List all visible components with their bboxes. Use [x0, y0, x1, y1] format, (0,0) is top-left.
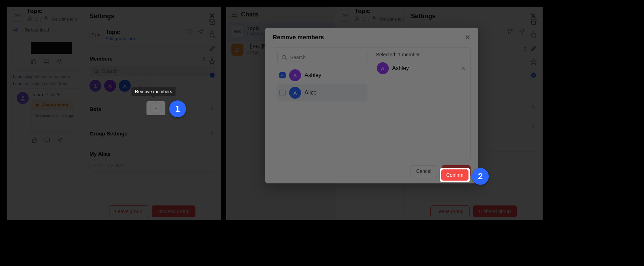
checkbox-checked[interactable]: ✓ — [279, 72, 286, 78]
user-avatar — [17, 92, 29, 104]
archive-icon[interactable] — [209, 19, 216, 26]
member-avatar: A — [289, 87, 301, 99]
member-name: Ashley — [305, 72, 321, 78]
svg-rect-7 — [187, 32, 189, 34]
stage-2-confirm-modal: Chats Topic Topic Laura: A 【E5-明 carl jo… — [226, 7, 543, 220]
confirm-button-highlight[interactable]: Confirm — [441, 169, 468, 181]
svg-rect-6 — [190, 29, 192, 31]
svg-rect-4 — [45, 138, 50, 141]
remove-members-modal: Remove members ✕ Search ✓ A Ashley A Ali… — [265, 28, 478, 183]
member-avatar[interactable] — [90, 80, 101, 92]
svg-point-1 — [31, 17, 32, 18]
member-search[interactable]: Search — [90, 66, 215, 76]
cancel-button[interactable]: Cancel — [410, 165, 437, 177]
chevron-right-icon — [209, 130, 215, 137]
members-count: 3 — [202, 56, 205, 62]
pin-icon — [43, 15, 49, 23]
comment-icon[interactable] — [44, 137, 50, 144]
checkbox-unchecked[interactable] — [279, 90, 286, 96]
star-icon[interactable] — [209, 58, 216, 65]
member-option-ashley[interactable]: ✓ A Ashley — [277, 66, 367, 84]
member-avatar[interactable]: A — [104, 80, 116, 92]
svg-rect-2 — [44, 59, 49, 63]
modal-search[interactable]: Search — [277, 52, 367, 63]
alias-input[interactable] — [90, 160, 215, 172]
alias-label: My Alias — [90, 151, 215, 157]
share-icon[interactable] — [56, 58, 62, 65]
announcement-body: Welcome to our topic group — [31, 110, 73, 133]
share-icon[interactable] — [57, 137, 63, 144]
remove-selected-icon[interactable]: ✕ — [461, 65, 465, 72]
group-name: Topic — [106, 29, 120, 35]
group-settings-row[interactable]: Group Settings — [90, 126, 215, 141]
chevron-right-icon — [209, 105, 215, 113]
svg-point-22 — [282, 55, 286, 59]
svg-point-9 — [94, 84, 96, 86]
edit-group-info-link[interactable]: Edit group info — [106, 36, 215, 41]
member-avatar[interactable]: A — [119, 80, 131, 92]
member-name: Alice — [305, 90, 317, 96]
image-placeholder — [31, 42, 72, 54]
members-icon — [27, 15, 33, 23]
search-icon — [281, 54, 287, 61]
like-icon[interactable] — [31, 137, 38, 144]
svg-point-3 — [22, 96, 24, 98]
settings-title: Settings — [90, 13, 114, 20]
search-icon[interactable] — [209, 32, 216, 39]
svg-rect-10 — [210, 20, 215, 21]
svg-rect-5 — [187, 29, 189, 31]
member-avatar: A — [289, 69, 301, 81]
comment-icon[interactable] — [43, 58, 50, 65]
share-icon[interactable] — [198, 28, 204, 36]
side-icons — [205, 19, 219, 79]
tooltip-remove-members: Remove members — [131, 87, 176, 96]
search-icon — [93, 68, 99, 74]
group-avatar: Topic — [11, 9, 23, 22]
member-avatar: A — [377, 62, 389, 74]
stage-1-settings-remove: Topic Topic 3 | Welcome to o All Subscri… — [7, 7, 221, 220]
selected-count: Selected: 1 member — [376, 52, 466, 57]
members-label: Members — [90, 56, 113, 62]
highlight-confirm: Confirm — [440, 168, 470, 182]
sys-text: clipped the group annou — [25, 74, 70, 79]
like-icon[interactable] — [31, 58, 37, 65]
announcement-badge: Announcem — [31, 99, 73, 110]
sys-user: Laura — [13, 74, 24, 79]
leave-group-button[interactable]: Leave group — [109, 205, 148, 217]
selected-member: A Ashley ✕ — [376, 60, 466, 76]
group-title: Topic — [27, 8, 77, 15]
tab-all[interactable]: All — [13, 27, 19, 35]
qr-icon[interactable] — [186, 28, 193, 36]
group-desc: Welcome to o — [51, 17, 77, 22]
brush-icon[interactable] — [209, 45, 216, 52]
member-option-alice[interactable]: A Alice — [277, 84, 367, 102]
gear-icon[interactable] — [209, 72, 216, 79]
msg-time: 7:34 PM — [46, 92, 62, 97]
sys-text: unclipped content from t — [25, 81, 70, 86]
group-avatar: Topic — [90, 29, 102, 41]
close-icon[interactable]: ✕ — [465, 33, 471, 42]
step-badge-2: 2 — [472, 168, 489, 185]
member-count: 3 — [35, 17, 38, 22]
modal-title: Remove members — [273, 34, 324, 41]
highlight-remove-minus: － — [146, 101, 165, 115]
step-badge-1: 1 — [169, 100, 186, 117]
remove-member-button-highlight[interactable]: － — [150, 102, 162, 114]
svg-point-8 — [94, 69, 98, 73]
svg-point-11 — [210, 33, 214, 37]
member-name: Ashley — [392, 65, 409, 71]
disband-group-button[interactable]: Disband group — [152, 205, 195, 217]
svg-point-0 — [29, 17, 30, 19]
msg-author: Laura — [31, 92, 43, 97]
sys-user: Laura — [13, 81, 24, 86]
tab-subscribed[interactable]: Subscribed — [25, 27, 49, 35]
